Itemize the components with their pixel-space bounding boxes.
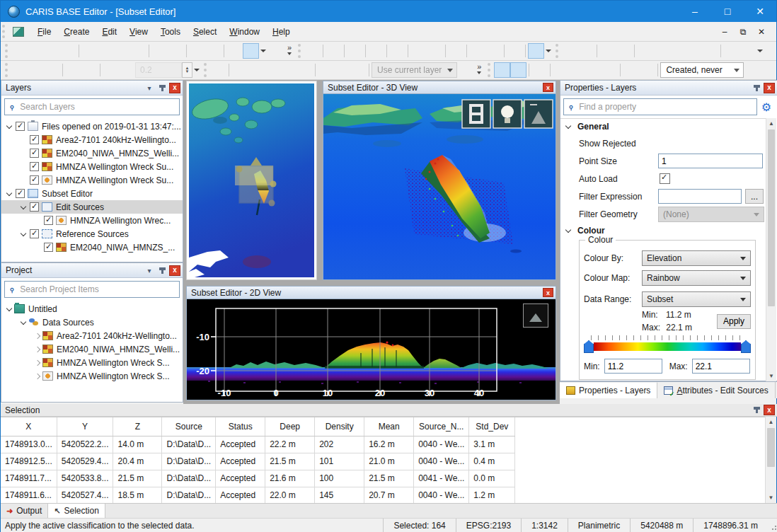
radius-spinner[interactable] xyxy=(182,62,192,78)
filter-expression-browse-button[interactable]: ... xyxy=(745,189,764,204)
expander-icon[interactable] xyxy=(33,331,42,341)
measure-tool-10-icon[interactable] xyxy=(723,43,739,59)
project-item-label[interactable]: Area2-7101 240kHz-Wellingto... xyxy=(57,331,177,341)
expander-icon[interactable] xyxy=(18,175,28,185)
layers-tree-item[interactable]: Reference Sources xyxy=(1,227,183,241)
subset-mode-icon[interactable] xyxy=(528,43,544,59)
project-tree-item[interactable]: Untitled xyxy=(1,302,183,316)
close-icon[interactable]: x xyxy=(764,405,775,415)
project-item-label[interactable]: Untitled xyxy=(28,304,57,314)
column-header[interactable]: Deep xyxy=(265,417,315,436)
undo-icon[interactable] xyxy=(114,43,130,59)
layers-tree-item[interactable]: EM2040_NIWA_HMNZS_Welli... xyxy=(1,146,183,160)
terrain-tool-icon[interactable] xyxy=(389,43,405,59)
pin-icon[interactable] xyxy=(156,83,168,93)
expander-icon[interactable] xyxy=(18,135,28,145)
expander-icon[interactable] xyxy=(18,202,28,212)
redo-icon[interactable] xyxy=(130,43,146,59)
project-item-label[interactable]: HMNZA Wellington Wreck S... xyxy=(57,358,170,368)
lasso-select-icon[interactable] xyxy=(410,43,427,59)
visibility-checkbox[interactable] xyxy=(16,189,25,198)
tab-properties-layers[interactable]: Properties - Layers xyxy=(560,382,657,398)
maximize-button[interactable]: □ xyxy=(711,1,744,22)
recompute-icon[interactable] xyxy=(297,62,313,78)
measure-tool-7-icon[interactable] xyxy=(669,43,686,59)
close-icon[interactable]: x xyxy=(543,288,553,297)
view-3d-titlebar[interactable]: Subset Editor - 3D View x xyxy=(323,81,556,94)
settings-gear-icon[interactable]: ⚙ xyxy=(761,100,771,114)
open-icon[interactable] xyxy=(28,43,44,59)
lock-status-icon[interactable] xyxy=(639,62,655,78)
vertical-exaggeration-button[interactable] xyxy=(524,100,553,128)
layer-label[interactable]: HMNZA Wellington Wrec... xyxy=(70,216,171,226)
view-2d-titlebar[interactable]: Subset Editor - 2D View x xyxy=(187,287,556,299)
copy-selection-icon[interactable] xyxy=(448,43,464,59)
lighting-button[interactable] xyxy=(493,100,522,128)
pin-icon[interactable] xyxy=(751,405,762,415)
menu-item[interactable]: Tools xyxy=(154,24,187,40)
project-tree-item[interactable]: HMNZA Wellington Wreck S... xyxy=(1,369,183,383)
mdi-restore-button[interactable]: ⧉ xyxy=(735,27,751,37)
ramp-max-handle[interactable] xyxy=(741,340,751,353)
layer-label[interactable]: Edit Sources xyxy=(56,202,104,212)
expander-icon[interactable] xyxy=(33,216,42,226)
position-tool-icon[interactable] xyxy=(326,43,342,59)
menu-item[interactable]: File xyxy=(31,24,57,40)
tab-selection[interactable]: ↖ Selection xyxy=(48,504,105,518)
measure-tool-4-icon[interactable] xyxy=(616,43,632,59)
column-header[interactable]: Z xyxy=(113,417,162,436)
layer-label[interactable]: Files opened on 2019-01-31 13:47:... xyxy=(42,122,181,132)
polygon-edit-icon[interactable] xyxy=(280,62,297,78)
ring-tool-icon[interactable] xyxy=(368,43,384,59)
column-header[interactable]: Y xyxy=(57,417,113,436)
visibility-checkbox[interactable] xyxy=(30,135,39,144)
expander-icon[interactable] xyxy=(4,304,14,314)
globe-icon[interactable] xyxy=(151,43,168,59)
commit-icon[interactable] xyxy=(623,62,639,78)
column-header[interactable]: Status xyxy=(216,417,265,436)
scroll-up-icon[interactable]: ▲ xyxy=(766,417,776,427)
column-header[interactable]: Density xyxy=(315,417,364,436)
parallel-tool-icon[interactable] xyxy=(457,62,473,78)
new-subset-icon[interactable] xyxy=(11,43,28,59)
target-subset-icon[interactable] xyxy=(248,62,264,78)
ramp-min-handle[interactable] xyxy=(584,340,594,353)
layers-tree-item[interactable]: Edit Sources xyxy=(1,200,183,214)
expander-icon[interactable] xyxy=(33,358,42,368)
pick-edit-cursor-icon[interactable] xyxy=(531,62,548,78)
project-search-input[interactable] xyxy=(18,284,179,295)
properties-scrollbar[interactable]: ▲ ▼ xyxy=(766,118,776,381)
layer-label[interactable]: EM2040_NIWA_HMNZS_... xyxy=(70,243,175,253)
zoom-out-icon[interactable] xyxy=(205,43,221,59)
select-add-rectangle-icon[interactable] xyxy=(28,62,44,78)
surface-3d-icon[interactable] xyxy=(485,43,502,59)
measure-tool-9-icon[interactable] xyxy=(702,43,718,59)
menu-item[interactable]: Window xyxy=(223,24,266,40)
max-input[interactable] xyxy=(692,359,750,374)
slope-edit-icon[interactable] xyxy=(264,62,280,78)
close-button[interactable]: ✕ xyxy=(744,1,776,22)
set-layer-icon[interactable] xyxy=(760,62,776,78)
visibility-checkbox[interactable] xyxy=(30,229,39,238)
close-icon[interactable]: x xyxy=(543,83,553,92)
view-3d-button[interactable] xyxy=(510,62,526,78)
visibility-checkbox[interactable] xyxy=(16,122,25,131)
layer-label[interactable]: HMNZA Wellington Wreck Su... xyxy=(56,175,173,185)
close-icon[interactable]: x xyxy=(169,83,180,93)
mdi-minimize-button[interactable]: – xyxy=(717,27,732,37)
expander-icon[interactable] xyxy=(4,122,14,132)
measure-tool-1-icon[interactable] xyxy=(562,43,578,59)
reject-icon[interactable] xyxy=(569,62,585,78)
expander-icon[interactable] xyxy=(18,162,28,172)
menu-item[interactable]: Edit xyxy=(96,24,123,40)
project-tree-item[interactable]: Data Sources xyxy=(1,316,183,329)
scroll-up-icon[interactable]: ▲ xyxy=(766,118,776,129)
layers-tree-item[interactable]: HMNZA Wellington Wrec... xyxy=(1,214,183,227)
apply-button[interactable]: Apply xyxy=(717,314,751,329)
tab-attributes-edit-sources[interactable]: Attributes - Edit Sources xyxy=(657,382,775,398)
table-row[interactable]: 1748913.0...5420522.2...14.0 m D:\Data\D… xyxy=(1,436,515,453)
expander-icon[interactable] xyxy=(18,149,28,158)
view-3d-image[interactable] xyxy=(323,94,556,279)
select-cursor-icon[interactable] xyxy=(243,43,259,59)
vertical-exaggeration-button[interactable] xyxy=(523,303,548,328)
